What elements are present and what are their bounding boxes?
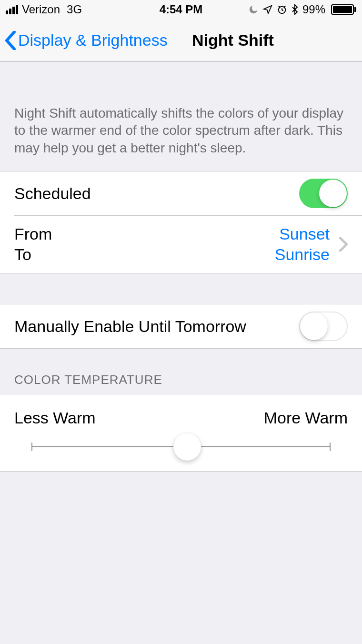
back-label: Display & Brightness <box>18 31 168 50</box>
carrier-label: Verizon <box>22 3 60 16</box>
back-button[interactable]: Display & Brightness <box>5 31 168 50</box>
slider-thumb[interactable] <box>173 433 201 461</box>
color-temperature-header: COLOR TEMPERATURE <box>0 349 362 394</box>
to-label: To <box>14 244 275 265</box>
status-bar: Verizon 3G 4:54 PM 99% <box>0 0 362 19</box>
alarm-icon <box>277 4 287 15</box>
description-text: Night Shift automatically shifts the col… <box>0 91 362 171</box>
nav-bar: Display & Brightness Night Shift <box>0 19 362 62</box>
scheduled-group: Scheduled From To Sunset Sunrise <box>0 171 362 273</box>
chevron-left-icon <box>5 31 16 50</box>
to-value: Sunrise <box>275 244 330 265</box>
chevron-right-icon <box>339 237 348 252</box>
manual-row: Manually Enable Until Tomorrow <box>0 304 362 348</box>
battery-icon <box>329 4 356 15</box>
color-temperature-slider[interactable] <box>31 446 331 447</box>
from-label: From <box>14 224 275 244</box>
less-warm-label: Less Warm <box>14 409 96 427</box>
network-label: 3G <box>67 3 82 16</box>
location-icon <box>262 4 273 15</box>
schedule-range-row[interactable]: From To Sunset Sunrise <box>0 215 362 273</box>
signal-icon <box>6 5 18 14</box>
moon-icon <box>248 4 259 15</box>
scheduled-label: Scheduled <box>14 184 299 203</box>
more-warm-label: More Warm <box>264 409 348 427</box>
battery-percent: 99% <box>302 3 325 16</box>
bluetooth-icon <box>291 4 299 15</box>
color-temperature-group: Less Warm More Warm <box>0 394 362 472</box>
scheduled-row: Scheduled <box>0 171 362 215</box>
manual-group: Manually Enable Until Tomorrow <box>0 304 362 349</box>
manual-label: Manually Enable Until Tomorrow <box>14 317 299 336</box>
manual-toggle[interactable] <box>299 312 348 341</box>
from-value: Sunset <box>275 224 330 244</box>
scheduled-toggle[interactable] <box>299 179 348 208</box>
